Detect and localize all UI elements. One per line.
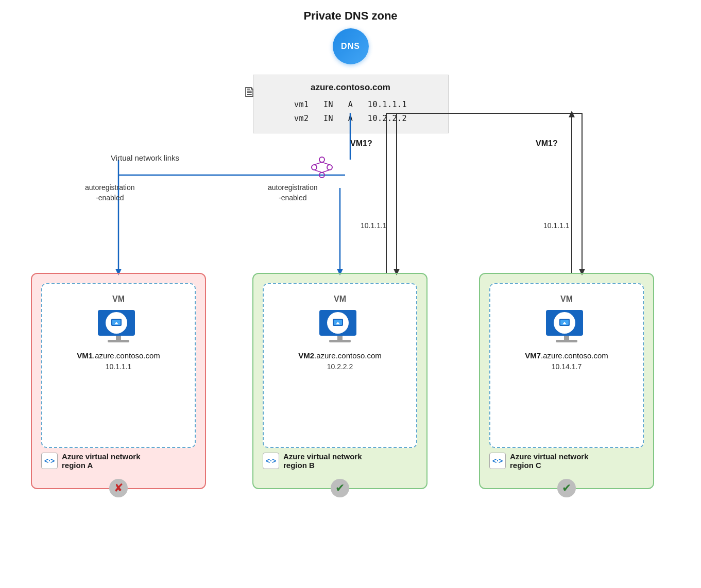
region-box-a: VM VM1.azure.contoso.com (31, 273, 206, 489)
vnet-links-label: Virtual network links (111, 153, 179, 162)
status-badge-b: ✔ (331, 479, 349, 497)
vm-monitor-a (98, 310, 139, 343)
vm-screen-c (546, 310, 583, 336)
vm-name-b: VM2.azure.contoso.com (298, 351, 382, 360)
svg-point-17 (319, 172, 324, 178)
vm-label-a: VM (112, 295, 125, 304)
region-footer-b: <·> Azure virtual networkregion B (259, 452, 421, 470)
svg-point-18 (312, 165, 317, 170)
vm-ip-b: 10.2.2.2 (327, 362, 353, 371)
vm-label-c: VM (560, 295, 573, 304)
dns-record-box: azure.contoso.com vm1 IN A 10.1.1.1 vm2 … (253, 75, 449, 133)
svg-line-20 (322, 170, 330, 172)
dns-record-2: vm2 IN A 10.2.2.2 (264, 112, 438, 126)
vm-monitor-b (319, 310, 361, 343)
svg-line-19 (322, 162, 330, 165)
vm-card-a: VM VM1.azure.contoso.com (41, 283, 196, 448)
vm-ip-a: 10.1.1.1 (106, 362, 132, 371)
vm-name-c: VM7.azure.contoso.com (525, 351, 608, 360)
vm-screen-a (98, 310, 135, 336)
region-icon-a: <·> (41, 453, 58, 469)
vm-ip-c: 10.14.1.7 (552, 362, 582, 371)
vm-card-b: VM VM2.azure.contoso.com 10.2 (263, 283, 417, 448)
region-box-c: VM VM7.azure.contoso.com 10.1 (479, 273, 654, 489)
dns-icon: DNS (333, 28, 369, 64)
region-footer-c: <·> Azure virtual networkregion C (485, 452, 648, 470)
ip-response-center: 10.1.1.1 (361, 221, 387, 230)
ip-response-right: 10.1.1.1 (543, 221, 570, 230)
vm-monitor-c (546, 310, 587, 343)
status-badge-c: ✔ (557, 479, 576, 497)
autoregistration-label-left: autoregistration-enabled (85, 183, 135, 203)
region-box-b: VM VM2.azure.contoso.com 10.2 (252, 273, 428, 489)
dns-zone-name: azure.contoso.com (264, 82, 438, 93)
svg-marker-10 (569, 111, 575, 117)
autoregistration-label-center: autoregistration-enabled (268, 183, 318, 203)
region-icon-c: <·> (489, 453, 506, 469)
diagram-container: Private DNS zone DNS azure.contoso.com v… (0, 0, 701, 588)
dns-records: vm1 IN A 10.1.1.1 vm2 IN A 10.2.2.2 (264, 98, 438, 126)
region-name-b: Azure virtual networkregion B (283, 452, 362, 470)
vm-screen-b (319, 310, 356, 336)
svg-point-15 (319, 157, 324, 162)
svg-line-22 (314, 170, 322, 172)
page-title: Private DNS zone (303, 9, 397, 23)
vm1-query-right: VM1? (536, 139, 558, 148)
region-name-a: Azure virtual networkregion A (62, 452, 141, 470)
svg-point-16 (327, 165, 332, 170)
vm-label-b: VM (334, 295, 346, 304)
region-icon-b: <·> (263, 453, 279, 469)
region-footer-a: <·> Azure virtual networkregion A (37, 452, 200, 470)
document-icon: 🗎 (243, 83, 257, 100)
region-name-c: Azure virtual networkregion C (510, 452, 589, 470)
vm-card-c: VM VM7.azure.contoso.com 10.1 (489, 283, 644, 448)
dns-record-1: vm1 IN A 10.1.1.1 (264, 98, 438, 112)
vnet-link-icon (309, 154, 335, 182)
vm1-query-center: VM1? (350, 139, 372, 148)
vm-name-a: VM1.azure.contoso.com (77, 351, 160, 360)
dns-icon-label: DNS (333, 28, 369, 64)
svg-line-21 (314, 162, 322, 165)
status-badge-a: ✘ (109, 479, 128, 497)
